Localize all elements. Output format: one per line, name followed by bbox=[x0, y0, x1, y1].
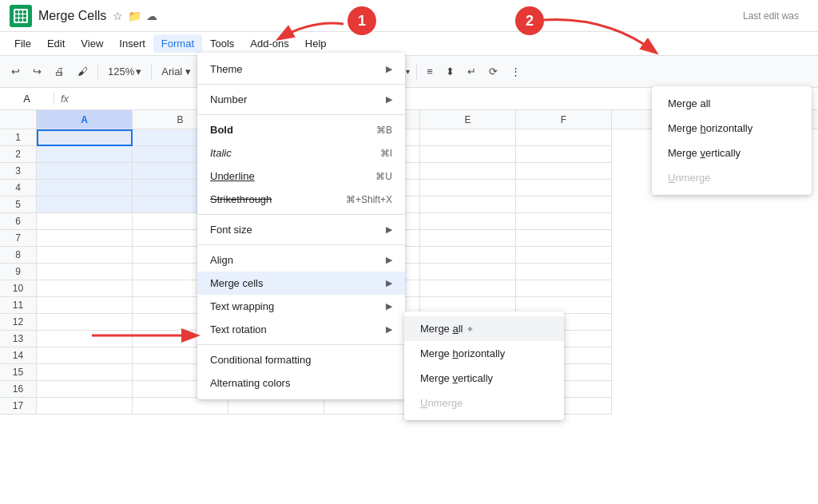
cell-A1[interactable] bbox=[37, 129, 133, 146]
top-merge-horizontally[interactable]: Merge horizontally bbox=[652, 116, 812, 141]
unmerge-item[interactable]: Unmerge bbox=[404, 391, 564, 415]
print-button[interactable]: 🖨 bbox=[50, 62, 69, 81]
col-header-E[interactable]: E bbox=[420, 110, 516, 129]
menu-alternating-colors[interactable]: Alternating colors bbox=[197, 371, 405, 395]
merge-cells-arrow: ▶ bbox=[386, 278, 392, 288]
top-unmerge[interactable]: Unmerge bbox=[652, 165, 812, 190]
annotation-2-label: 2 bbox=[526, 13, 534, 30]
align-label: Align bbox=[210, 254, 233, 266]
row-header: 7 bbox=[0, 230, 37, 247]
menu-underline[interactable]: Underline ⌘U bbox=[197, 165, 405, 188]
top-unmerge-label: Unmerge bbox=[668, 172, 710, 184]
toolbar: ↩ ↪ 🖨 🖌 125% ▾ Arial ▾ 10 ▾ B I S A 🪣 ⊞ … bbox=[0, 56, 818, 88]
cell-F1[interactable] bbox=[516, 129, 612, 146]
menu-text-wrapping[interactable]: Text wrapping ▶ bbox=[197, 295, 405, 318]
row-header: 9 bbox=[0, 264, 37, 280]
zoom-value: 125% bbox=[108, 65, 134, 77]
menu-conditional-formatting[interactable]: Conditional formatting bbox=[197, 348, 405, 371]
top-merge-vertically-label: Merge vertically bbox=[668, 147, 741, 159]
annotation-1: 1 bbox=[347, 6, 376, 35]
rotate-text-button[interactable]: ⟳ bbox=[484, 62, 502, 81]
text-wrapping-label: Text wrapping bbox=[210, 300, 274, 312]
redo-button[interactable]: ↪ bbox=[28, 62, 46, 81]
menu-text-rotation[interactable]: Text rotation ▶ bbox=[197, 318, 405, 341]
unmerge-label: Unmerge bbox=[420, 397, 463, 409]
merge-vertically-item[interactable]: Merge vertically bbox=[404, 366, 564, 391]
strikethrough-shortcut: ⌘+Shift+X bbox=[346, 194, 392, 205]
menu-bar: File Edit View Insert Format Tools Add-o… bbox=[0, 32, 818, 56]
cell-F2[interactable] bbox=[516, 146, 612, 163]
divider3 bbox=[197, 214, 405, 215]
annotation-2: 2 bbox=[515, 6, 544, 35]
divider4 bbox=[197, 244, 405, 245]
menu-tools[interactable]: Tools bbox=[202, 34, 242, 53]
table-row: 6 bbox=[0, 213, 818, 230]
font-selector[interactable]: Arial ▾ bbox=[157, 62, 196, 81]
top-merge-vertically[interactable]: Merge vertically bbox=[652, 141, 812, 165]
merge-horizontally-item[interactable]: Merge horizontally bbox=[404, 341, 564, 366]
text-rotation-label: Text rotation bbox=[210, 323, 267, 335]
formula-label: fx bbox=[61, 93, 69, 105]
menu-format[interactable]: Format bbox=[153, 34, 202, 53]
menu-strikethrough[interactable]: Strikethrough ⌘+Shift+X bbox=[197, 188, 405, 211]
merge-vertically-label: Merge vertically bbox=[420, 372, 493, 384]
cell-E1[interactable] bbox=[420, 129, 516, 146]
row-header: 1 bbox=[0, 129, 37, 146]
menu-align[interactable]: Align ▶ bbox=[197, 248, 405, 272]
col-header-A[interactable]: A bbox=[37, 110, 133, 129]
table-row: 8 bbox=[0, 247, 818, 264]
row-header: 8 bbox=[0, 247, 37, 264]
menu-italic[interactable]: Italic ⌘I bbox=[197, 141, 405, 165]
menu-bold[interactable]: Bold ⌘B bbox=[197, 118, 405, 141]
col-header-F[interactable]: F bbox=[516, 110, 612, 129]
number-label: Number bbox=[210, 93, 247, 105]
merge-cells-submenu: Merge all ⌖ Merge horizontally Merge ver… bbox=[404, 312, 564, 420]
star-icon[interactable]: ☆ bbox=[113, 10, 123, 22]
theme-label: Theme bbox=[210, 63, 242, 75]
merge-horizontally-label: Merge horizontally bbox=[420, 347, 505, 359]
row-header: 6 bbox=[0, 213, 37, 230]
menu-theme[interactable]: Theme ▶ bbox=[197, 58, 405, 81]
theme-arrow: ▶ bbox=[386, 64, 392, 74]
cell-A2[interactable] bbox=[37, 146, 133, 163]
menu-addons[interactable]: Add-ons bbox=[242, 34, 296, 53]
top-merge-all-label: Merge all bbox=[668, 97, 710, 109]
underline-label: Underline bbox=[210, 170, 255, 182]
corner-cell bbox=[0, 110, 37, 129]
cell-A3[interactable] bbox=[37, 163, 133, 180]
menu-file[interactable]: File bbox=[6, 34, 39, 53]
menu-edit[interactable]: Edit bbox=[39, 34, 73, 53]
paint-format-button[interactable]: 🖌 bbox=[73, 62, 93, 81]
top-merge-all[interactable]: Merge all bbox=[652, 91, 812, 116]
merge-all-label: Merge all bbox=[420, 323, 463, 335]
cell-reference[interactable]: A bbox=[6, 93, 54, 105]
menu-insert[interactable]: Insert bbox=[111, 34, 153, 53]
menu-view[interactable]: View bbox=[73, 34, 111, 53]
row-header: 3 bbox=[0, 163, 37, 180]
more-button[interactable]: ⋮ bbox=[506, 62, 526, 81]
folder-icon[interactable]: 📁 bbox=[128, 10, 141, 22]
cloud-icon[interactable]: ☁ bbox=[146, 10, 157, 22]
annotation-1-label: 1 bbox=[358, 13, 366, 30]
menu-merge-cells[interactable]: Merge cells ▶ bbox=[197, 272, 405, 295]
cell-E3[interactable] bbox=[420, 163, 516, 180]
valign-button[interactable]: ⬍ bbox=[441, 62, 459, 81]
cell-F3[interactable] bbox=[516, 163, 612, 180]
menu-help[interactable]: Help bbox=[297, 34, 335, 53]
cell-E2[interactable] bbox=[420, 146, 516, 163]
menu-number[interactable]: Number ▶ bbox=[197, 88, 405, 111]
text-wrap-button[interactable]: ↵ bbox=[463, 62, 481, 81]
align-button[interactable]: ≡ bbox=[422, 62, 438, 81]
menu-font-size[interactable]: Font size ▶ bbox=[197, 218, 405, 241]
zoom-control[interactable]: 125% ▾ bbox=[103, 64, 146, 79]
merge-dropdown-button[interactable]: ▾ bbox=[404, 65, 411, 77]
app-icon bbox=[10, 5, 32, 27]
undo-button[interactable]: ↩ bbox=[6, 62, 25, 81]
merge-all-item[interactable]: Merge all ⌖ bbox=[404, 316, 564, 341]
font-size-arrow: ▶ bbox=[386, 224, 392, 235]
italic-label: Italic bbox=[210, 147, 232, 159]
last-edit-text: Last edit was bbox=[743, 10, 799, 22]
row-header: 13 bbox=[0, 331, 37, 347]
alternating-colors-label: Alternating colors bbox=[210, 377, 290, 389]
row-header: 16 bbox=[0, 381, 37, 398]
